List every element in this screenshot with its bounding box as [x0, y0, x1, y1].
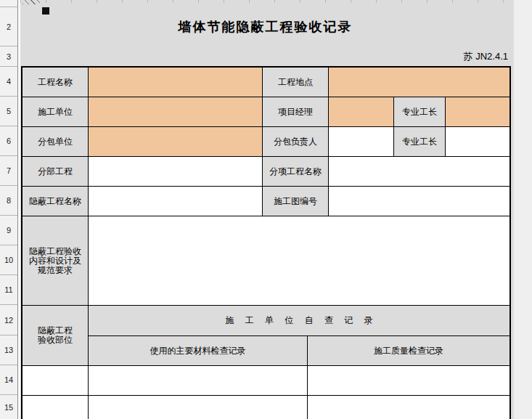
- column-header-ticks: [20, 0, 514, 3]
- acceptance-requirements-line2: 内容和设计及: [29, 256, 81, 266]
- row-header-10[interactable]: 10: [0, 245, 17, 275]
- row-header-3[interactable]: 3: [0, 46, 17, 67]
- label-subcontract-leader: 分包负责人: [262, 126, 329, 157]
- project-manager-value-cell[interactable]: [328, 97, 394, 127]
- construction-drawing-no-value-cell[interactable]: [328, 186, 510, 216]
- label-subitem-work-name: 分项工程名称: [262, 156, 329, 187]
- label-hidden-work-name: 隐蔽工程名称: [22, 186, 89, 216]
- professional-foreman-2-value-cell[interactable]: [445, 126, 510, 157]
- label-professional-foreman-2: 专业工长: [393, 126, 446, 157]
- professional-foreman-1-value-cell[interactable]: [445, 97, 510, 127]
- label-professional-foreman-1: 专业工长: [393, 97, 446, 127]
- label-construction-drawing-no: 施工图编号: [262, 186, 329, 216]
- row-header-8[interactable]: 8: [0, 186, 17, 216]
- label-construction-unit: 施工单位: [22, 97, 89, 127]
- row-header-column: 2 3 4 5 6 7 8 9 10 11 12 13 14 15: [0, 0, 18, 419]
- row14-part-cell[interactable]: [22, 365, 89, 396]
- row-header-7[interactable]: 7: [0, 156, 17, 186]
- row15-material-cell[interactable]: [88, 395, 308, 419]
- form-code: 苏 JN2.4.1: [21, 46, 511, 67]
- division-work-value-cell[interactable]: [88, 156, 263, 187]
- label-project-location: 工程地点: [262, 67, 329, 97]
- acceptance-requirements-line1: 隐蔽工程验收: [29, 247, 81, 256]
- row-header-4[interactable]: 4: [0, 67, 17, 97]
- label-division-work: 分部工程: [22, 156, 89, 187]
- row-header-9[interactable]: 9: [0, 216, 17, 245]
- subcontract-unit-value-cell[interactable]: [88, 126, 263, 157]
- row-header-2[interactable]: 2: [0, 7, 17, 46]
- row15-quality-cell[interactable]: [307, 395, 510, 419]
- header-material-check-record: 使用的主要材料检查记录: [88, 335, 308, 366]
- row-header-5[interactable]: 5: [0, 97, 17, 126]
- acceptance-requirements-line3: 规范要求: [38, 266, 73, 275]
- spreadsheet-window: 2 3 4 5 6 7 8 9 10 11 12 13 14 15 墙体节能隐蔽…: [0, 0, 532, 419]
- row-header-6[interactable]: 6: [0, 126, 17, 156]
- project-name-value-cell[interactable]: [88, 67, 263, 97]
- label-subcontract-unit: 分包单位: [22, 126, 89, 157]
- hidden-work-name-value-cell[interactable]: [88, 186, 263, 216]
- subcontract-leader-value-cell[interactable]: [328, 126, 394, 157]
- row14-material-cell[interactable]: [88, 365, 308, 396]
- row-header-15[interactable]: 15: [0, 395, 17, 419]
- acceptance-part-line2: 验收部位: [38, 335, 73, 345]
- label-acceptance-part: 隐蔽工程 验收部位: [22, 305, 89, 366]
- row-header-14[interactable]: 14: [0, 365, 17, 395]
- row-header-1-partial[interactable]: [0, 0, 17, 7]
- row15-part-cell[interactable]: [22, 395, 89, 419]
- page-title: 墙体节能隐蔽工程验收记录: [21, 7, 510, 46]
- project-location-value-cell[interactable]: [328, 67, 510, 97]
- acceptance-requirements-value-cell[interactable]: [88, 216, 510, 306]
- row-header-13[interactable]: 13: [0, 335, 17, 365]
- hatch-mark-icon: [22, 0, 40, 4]
- row-header-11[interactable]: 11: [0, 275, 17, 305]
- row-header-gutter: [18, 0, 20, 419]
- subitem-work-name-value-cell[interactable]: [328, 156, 510, 187]
- label-acceptance-requirements: 隐蔽工程验收 内容和设计及 规范要求: [22, 216, 89, 306]
- row-header-12[interactable]: 12: [0, 305, 17, 335]
- label-project-name: 工程名称: [22, 67, 89, 97]
- header-quality-check-record: 施工质量检查记录: [307, 335, 510, 366]
- row14-quality-cell[interactable]: [307, 365, 510, 396]
- label-project-manager: 项目经理: [262, 97, 329, 127]
- header-self-check-record: 施 工 单 位 自 查 记 录: [88, 305, 510, 336]
- construction-unit-value-cell[interactable]: [88, 97, 263, 127]
